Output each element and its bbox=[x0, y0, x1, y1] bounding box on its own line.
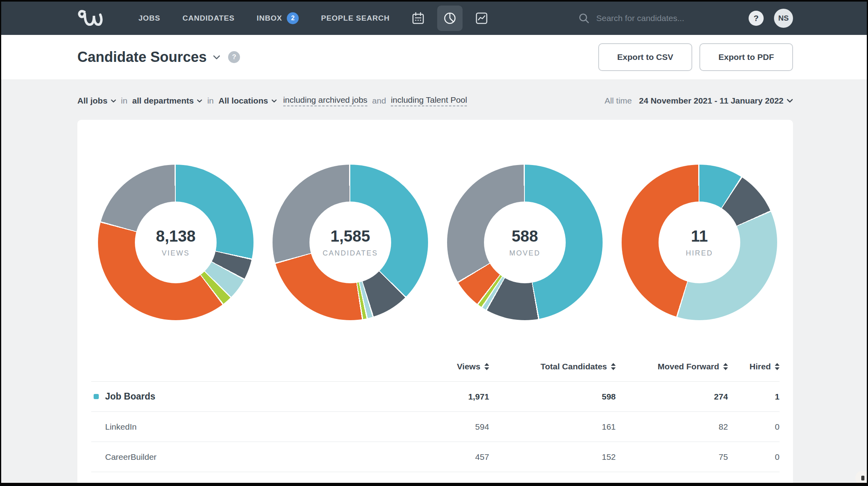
search-input[interactable] bbox=[596, 13, 731, 23]
screen-bottom-bar bbox=[0, 483, 868, 486]
donut-center-label: HIRED bbox=[686, 249, 713, 257]
donut-chart-moved: 588 MOVED bbox=[447, 165, 603, 320]
sort-header-total-candidates[interactable]: Total Candidates bbox=[540, 362, 616, 371]
filter-connector: and bbox=[372, 96, 386, 106]
chevron-down-icon bbox=[111, 99, 116, 103]
chevron-down-icon bbox=[197, 99, 202, 103]
table-row-job-boards[interactable]: Job Boards 1,971 598 274 1 bbox=[91, 382, 780, 412]
donut-center-label: MOVED bbox=[509, 249, 541, 257]
nav-item-candidates[interactable]: CANDIDATES bbox=[182, 14, 234, 23]
column-label: Views bbox=[457, 362, 480, 371]
total-candidates-value: 161 bbox=[489, 422, 616, 432]
donut-center-value: 11 bbox=[691, 227, 708, 245]
sort-header-hired[interactable]: Hired bbox=[749, 362, 780, 371]
views-value: 1,971 bbox=[332, 392, 489, 401]
nav-item-jobs[interactable]: JOBS bbox=[138, 14, 160, 23]
source-name-cell[interactable]: Job Boards bbox=[91, 391, 332, 402]
column-label: Total Candidates bbox=[540, 362, 607, 371]
sort-icon bbox=[611, 363, 616, 370]
jobs-filter-label: All jobs bbox=[77, 96, 108, 106]
nav-item-inbox-label: INBOX bbox=[257, 14, 282, 23]
archived-jobs-toggle-link[interactable]: including archived jobs bbox=[283, 95, 367, 106]
hired-value: 1 bbox=[728, 392, 780, 401]
source-name-cell[interactable]: LinkedIn bbox=[91, 422, 332, 432]
report-switcher-chevron[interactable] bbox=[213, 55, 220, 60]
total-candidates-value: 152 bbox=[489, 452, 616, 462]
filter-connector: in bbox=[121, 96, 127, 106]
table-row-careerbuilder[interactable]: CareerBuilder 457 152 75 0 bbox=[91, 442, 780, 472]
donut-chart-candidates: 1,585 CANDIDATES bbox=[273, 165, 428, 320]
chevron-down-icon bbox=[213, 55, 220, 60]
departments-filter-dropdown[interactable]: all departments bbox=[132, 96, 202, 106]
source-name-cell[interactable]: CareerBuilder bbox=[91, 452, 332, 462]
donut-center: 1,585 CANDIDATES bbox=[309, 202, 391, 283]
donut-center-value: 1,585 bbox=[330, 227, 370, 245]
donut-chart-views: 8,138 VIEWS bbox=[98, 165, 253, 320]
departments-filter-label: all departments bbox=[132, 96, 194, 106]
views-value: 594 bbox=[332, 422, 489, 432]
workable-logo-icon[interactable] bbox=[77, 8, 103, 28]
top-nav: JOBS CANDIDATES INBOX 2 PEOPLE SEARCH bbox=[1, 2, 867, 35]
date-range-value: 24 November 2021 - 11 January 2022 bbox=[639, 96, 784, 106]
time-range-label: All time bbox=[605, 96, 632, 106]
report-card: 8,138 VIEWS 1,585 CANDIDATES bbox=[77, 120, 793, 483]
sort-icon bbox=[723, 363, 728, 370]
calendar-nav-button[interactable] bbox=[405, 6, 431, 31]
views-value: 457 bbox=[332, 452, 489, 462]
locations-filter-dropdown[interactable]: All locations bbox=[219, 96, 277, 106]
export-csv-button[interactable]: Export to CSV bbox=[598, 43, 692, 71]
page-title: Candidate Sources bbox=[77, 49, 207, 65]
date-range-dropdown[interactable]: 24 November 2021 - 11 January 2022 bbox=[639, 96, 793, 106]
column-label: Moved Forward bbox=[658, 362, 719, 371]
donut-center: 8,138 VIEWS bbox=[135, 202, 217, 283]
moved-forward-value: 75 bbox=[616, 452, 728, 462]
jobs-filter-dropdown[interactable]: All jobs bbox=[77, 96, 116, 106]
global-search[interactable] bbox=[578, 12, 749, 24]
teal-bullet-icon bbox=[94, 394, 99, 399]
screen: JOBS CANDIDATES INBOX 2 PEOPLE SEARCH bbox=[0, 0, 868, 486]
table-row-partial[interactable]: Indeed 438 145 70 0 bbox=[91, 472, 780, 483]
nav-item-inbox[interactable]: INBOX 2 bbox=[257, 12, 299, 24]
search-icon bbox=[578, 12, 590, 24]
source-name: CareerBuilder bbox=[105, 452, 157, 462]
sort-icon bbox=[484, 363, 489, 370]
source-name: Job Boards bbox=[105, 391, 156, 402]
nav-item-people-search[interactable]: PEOPLE SEARCH bbox=[321, 14, 390, 23]
talent-pool-toggle-link[interactable]: including Talent Pool bbox=[391, 95, 467, 106]
chevron-down-icon bbox=[271, 99, 277, 103]
donut-center-value: 588 bbox=[512, 227, 538, 245]
donut-center-label: VIEWS bbox=[162, 249, 190, 257]
column-label: Hired bbox=[749, 362, 771, 371]
chevron-down-icon bbox=[787, 99, 793, 103]
reports-nav-button-active[interactable] bbox=[437, 6, 463, 31]
sort-header-moved-forward[interactable]: Moved Forward bbox=[658, 362, 728, 371]
donut-center-value: 8,138 bbox=[156, 227, 196, 245]
user-avatar[interactable]: NS bbox=[774, 9, 793, 28]
analytics-chart-icon bbox=[474, 11, 489, 25]
donut-center: 588 MOVED bbox=[484, 202, 566, 283]
export-pdf-button[interactable]: Export to PDF bbox=[699, 43, 793, 71]
source-name: LinkedIn bbox=[105, 422, 136, 432]
filter-row: All jobs in all departments in All locat… bbox=[77, 95, 793, 106]
table-row-linkedin[interactable]: LinkedIn 594 161 82 0 bbox=[91, 412, 780, 442]
app-window: JOBS CANDIDATES INBOX 2 PEOPLE SEARCH bbox=[1, 2, 867, 483]
filter-connector: in bbox=[207, 96, 213, 106]
pie-chart-icon bbox=[443, 11, 457, 25]
title-help-icon[interactable]: ? bbox=[228, 51, 240, 63]
locations-filter-label: All locations bbox=[219, 96, 268, 106]
widget-glyph bbox=[861, 476, 864, 480]
moved-forward-value: 274 bbox=[616, 392, 728, 401]
analytics-nav-button[interactable] bbox=[469, 6, 494, 31]
hired-value: 0 bbox=[728, 422, 780, 432]
table-header-row: Views Total Candidates Moved Forward Hir… bbox=[91, 352, 780, 382]
donut-charts-row: 8,138 VIEWS 1,585 CANDIDATES bbox=[98, 165, 777, 320]
sort-header-views[interactable]: Views bbox=[457, 362, 489, 371]
donut-center-label: CANDIDATES bbox=[323, 249, 378, 257]
donut-center: 11 HIRED bbox=[659, 202, 740, 283]
hired-value: 0 bbox=[728, 452, 780, 462]
content-area: All jobs in all departments in All locat… bbox=[1, 79, 867, 483]
total-candidates-value: 598 bbox=[489, 392, 616, 401]
page-header: Candidate Sources ? Export to CSV Export… bbox=[1, 35, 867, 79]
help-button[interactable]: ? bbox=[749, 11, 764, 26]
inbox-count-badge: 2 bbox=[287, 12, 299, 24]
